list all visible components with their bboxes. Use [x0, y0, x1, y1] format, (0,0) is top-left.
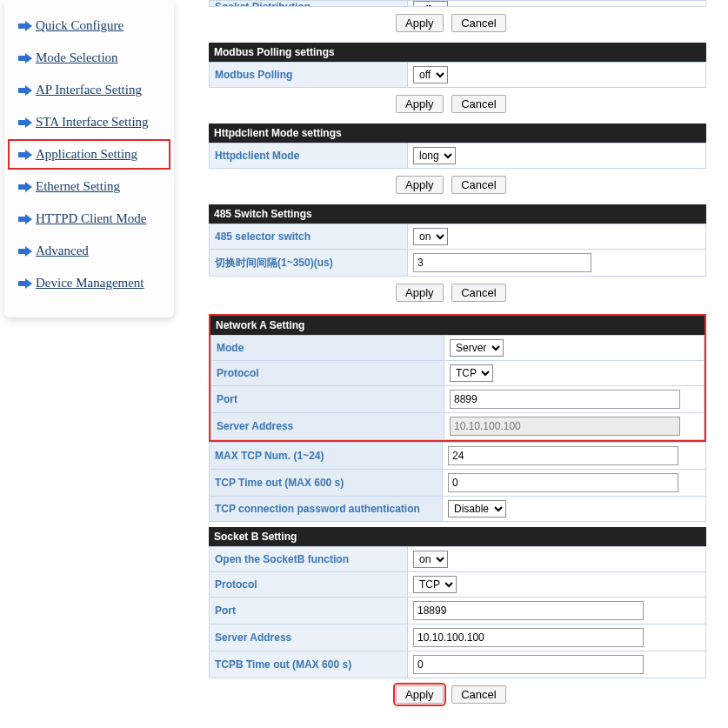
- switch485-selector-label: 485 selector switch: [210, 224, 408, 250]
- svg-marker-2: [18, 85, 32, 96]
- socket-b-section-header: Socket B Setting: [209, 527, 706, 546]
- modbus-table: Modbus Polling off: [209, 62, 706, 88]
- svg-marker-3: [18, 117, 32, 128]
- socket-b-timeout-input[interactable]: [413, 655, 644, 674]
- sidebar-item-quick-configure[interactable]: Quick Configure: [8, 10, 170, 41]
- network-a-mode-label: Mode: [211, 336, 444, 361]
- sidebar-link[interactable]: Advanced: [36, 244, 89, 258]
- sidebar-link[interactable]: STA Interface Setting: [36, 115, 149, 130]
- modbus-buttons: Apply Cancel: [396, 88, 706, 118]
- network-a-protocol-select[interactable]: TCP: [450, 364, 493, 382]
- socket-b-server-addr-label: Server Address: [210, 624, 408, 651]
- sidebar-link[interactable]: Quick Configure: [36, 18, 124, 33]
- socket-distribution-label: Socket Distribution: [210, 1, 408, 6]
- final-buttons: Apply Cancel: [396, 678, 706, 709]
- network-a-top-table: Mode Server Protocol TCP Port Server Add…: [210, 335, 705, 440]
- sidebar-link[interactable]: Device Management: [36, 276, 144, 291]
- sidebar-item-httpd-client-mode[interactable]: HTTPD Client Mode: [8, 204, 170, 234]
- httpd-buttons: Apply Cancel: [396, 169, 706, 199]
- arrow-right-icon: [18, 20, 32, 32]
- arrow-right-icon: [18, 117, 32, 129]
- sidebar: Quick Configure Mode Selection AP Interf…: [4, 0, 174, 317]
- network-a-auth-label: TCP connection password authentication: [210, 497, 443, 522]
- network-a-section-header: Network A Setting: [210, 316, 705, 335]
- socket-b-open-select[interactable]: on: [413, 551, 448, 568]
- network-a-port-label: Port: [211, 386, 444, 413]
- svg-marker-5: [18, 182, 32, 192]
- socket-b-open-label: Open the SocketB function: [210, 547, 408, 572]
- switch485-selector-select[interactable]: on: [413, 228, 448, 245]
- arrow-right-icon: [18, 149, 32, 161]
- sidebar-link[interactable]: Application Setting: [36, 147, 137, 162]
- socket-dist-buttons: Apply Cancel: [396, 7, 706, 37]
- cancel-button[interactable]: Cancel: [451, 176, 505, 194]
- sidebar-item-advanced[interactable]: Advanced: [8, 236, 170, 266]
- cancel-button[interactable]: Cancel: [451, 284, 505, 302]
- socket-b-protocol-select[interactable]: TCP: [413, 576, 457, 593]
- switch485-table: 485 selector switch on 切换时间间隔(1~350)(us): [209, 224, 706, 277]
- httpd-mode-label: Httpdclient Mode: [210, 144, 408, 169]
- sidebar-link[interactable]: Ethernet Setting: [36, 179, 120, 194]
- apply-button[interactable]: Apply: [396, 14, 444, 32]
- modbus-section-header: Modbus Polling settings: [209, 43, 706, 62]
- sidebar-item-ethernet-setting[interactable]: Ethernet Setting: [8, 171, 170, 202]
- arrow-right-icon: [18, 181, 32, 193]
- arrow-right-icon: [18, 277, 32, 290]
- network-a-server-addr-label: Server Address: [211, 413, 444, 440]
- svg-marker-8: [18, 278, 32, 289]
- network-a-highlight-box: Network A Setting Mode Server Protocol T…: [209, 314, 706, 442]
- switch485-section-header: 485 Switch Settings: [209, 204, 706, 224]
- socket-distribution-row: Socket Distribution off: [209, 0, 706, 7]
- switch485-buttons: Apply Cancel: [396, 277, 706, 307]
- arrow-right-icon: [18, 245, 32, 257]
- network-a-maxtcp-label: MAX TCP Num. (1~24): [210, 443, 443, 470]
- svg-marker-6: [18, 214, 32, 224]
- socket-b-table: Open the SocketB function on Protocol TC…: [209, 546, 706, 678]
- cancel-button[interactable]: Cancel: [451, 685, 505, 704]
- apply-button[interactable]: Apply: [396, 176, 444, 194]
- svg-marker-7: [18, 246, 32, 257]
- arrow-right-icon: [18, 213, 32, 225]
- sidebar-item-device-management[interactable]: Device Management: [8, 268, 170, 298]
- httpd-table: Httpdclient Mode long: [209, 143, 706, 169]
- svg-marker-0: [18, 21, 32, 31]
- main-content: Socket Distribution off Apply Cancel Mod…: [174, 0, 728, 726]
- socket-b-port-label: Port: [210, 598, 408, 624]
- arrow-right-icon: [18, 84, 32, 97]
- socket-b-protocol-label: Protocol: [210, 572, 408, 598]
- socket-b-timeout-label: TCPB Time out (MAX 600 s): [210, 651, 408, 678]
- modbus-polling-label: Modbus Polling: [210, 63, 408, 88]
- network-a-server-addr-input: [450, 417, 680, 436]
- network-a-mode-select[interactable]: Server: [450, 339, 504, 357]
- socket-distribution-select[interactable]: off: [413, 1, 448, 6]
- sidebar-link[interactable]: Mode Selection: [36, 50, 118, 65]
- apply-button[interactable]: Apply: [396, 95, 444, 113]
- cancel-button[interactable]: Cancel: [451, 14, 505, 32]
- sidebar-item-ap-interface[interactable]: AP Interface Setting: [8, 75, 170, 105]
- apply-button[interactable]: Apply: [396, 685, 444, 704]
- modbus-polling-select[interactable]: off: [413, 66, 448, 83]
- network-a-timeout-input[interactable]: [448, 473, 678, 492]
- cancel-button[interactable]: Cancel: [451, 95, 505, 113]
- svg-marker-4: [18, 150, 32, 160]
- switch485-interval-input[interactable]: [413, 253, 591, 272]
- network-a-maxtcp-input[interactable]: [448, 446, 678, 465]
- socket-b-port-input[interactable]: [413, 601, 644, 620]
- socket-distribution-value: off: [408, 1, 453, 6]
- network-a-port-input[interactable]: [450, 390, 680, 409]
- switch485-interval-label: 切换时间间隔(1~350)(us): [210, 250, 408, 277]
- sidebar-item-sta-interface[interactable]: STA Interface Setting: [8, 107, 170, 137]
- sidebar-item-application-setting[interactable]: Application Setting: [8, 139, 170, 170]
- httpd-mode-select[interactable]: long: [413, 147, 456, 164]
- arrow-right-icon: [18, 52, 32, 64]
- network-a-auth-select[interactable]: Disable: [448, 500, 506, 518]
- socket-b-server-addr-input[interactable]: [413, 628, 644, 647]
- sidebar-link[interactable]: AP Interface Setting: [36, 83, 142, 97]
- network-a-timeout-label: TCP Time out (MAX 600 s): [210, 470, 443, 497]
- network-a-protocol-label: Protocol: [211, 361, 444, 386]
- apply-button[interactable]: Apply: [396, 284, 444, 302]
- sidebar-item-mode-selection[interactable]: Mode Selection: [8, 43, 170, 73]
- svg-marker-1: [18, 53, 32, 63]
- sidebar-link[interactable]: HTTPD Client Mode: [36, 211, 147, 226]
- network-a-bottom-table: MAX TCP Num. (1~24) TCP Time out (MAX 60…: [209, 442, 706, 522]
